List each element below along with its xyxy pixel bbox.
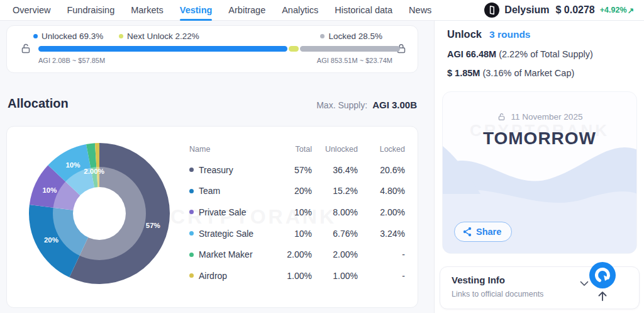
- max-supply-value: AGI 3.00B: [372, 100, 417, 110]
- legend-locked: Locked 28.5%: [320, 31, 382, 41]
- donut-slice-label: 10%: [65, 161, 80, 169]
- vesting-info-title: Vesting Info: [452, 275, 505, 285]
- scroll-to-top-button[interactable]: [597, 290, 608, 302]
- series-dot: [189, 210, 194, 214]
- share-icon: [463, 227, 472, 237]
- unlock-countdown: TOMORROW: [443, 128, 636, 149]
- donut-slice-label: 20%: [44, 236, 58, 244]
- table-cell: 2.00%: [312, 244, 358, 265]
- donut-slice-label: 2.00%: [84, 168, 104, 175]
- vesting-progress-card: Unlocked 69.3% Next Unlock 2.22% Locked …: [6, 25, 418, 73]
- table-cell: 4.80%: [358, 181, 405, 202]
- tab-markets[interactable]: Markets: [131, 0, 164, 20]
- table-row-name[interactable]: Strategic Sale: [189, 223, 277, 244]
- series-dot: [189, 273, 194, 278]
- table-row-name[interactable]: Treasury: [189, 159, 277, 181]
- unlock-value-line: $ 1.85M (3.16% of Market Cap): [447, 68, 574, 78]
- token-price: $ 0.0278: [555, 4, 594, 16]
- trend-up-icon: ↗: [628, 6, 634, 15]
- table-cell: 1.00%: [312, 265, 358, 287]
- table-cell: 2.00%: [277, 244, 312, 265]
- max-supply-label: Max. Supply:: [316, 100, 367, 110]
- share-button[interactable]: Share: [454, 222, 512, 242]
- unlock-amount-line: AGI 66.48M (2.22% of Total Supply): [447, 49, 593, 59]
- max-supply: Max. Supply: AGI 3.00B: [316, 100, 417, 110]
- next-unlock-dot: [119, 34, 123, 38]
- vesting-progress-bar[interactable]: [38, 46, 400, 52]
- donut-slice-label: 57%: [146, 222, 160, 229]
- table-row-name[interactable]: Airdrop: [189, 265, 277, 287]
- legend-next-unlock: Next Unlock 2.22%: [119, 31, 199, 41]
- table-cell: 20.6%: [358, 159, 405, 181]
- donut-slice-label: 10%: [42, 186, 57, 194]
- unlocked-amount-caption: AGI 2.08B ~ $57.85M: [38, 57, 105, 64]
- series-dot: [189, 168, 194, 172]
- tab-vesting[interactable]: Vesting: [180, 0, 213, 20]
- allocation-card: CRYPTORANK 57%20%10%10%2.00% Name Total …: [6, 126, 418, 308]
- vesting-page: Overview Fundraising Markets Vesting Arb…: [0, 0, 644, 313]
- table-cell: 8.00%: [312, 202, 358, 223]
- tab-fundraising[interactable]: Fundraising: [67, 0, 114, 20]
- unlocked-dot: [33, 34, 38, 38]
- col-header-total: Total: [277, 139, 312, 159]
- table-row-name[interactable]: Private Sale: [189, 202, 277, 223]
- table-cell: 3.24%: [358, 223, 405, 244]
- legend-unlocked: Unlocked 69.3%: [33, 31, 103, 41]
- unlock-open-icon: [19, 42, 32, 55]
- table-cell: 57%: [277, 159, 312, 181]
- allocation-table: Name Total Unlocked Locked Treasury 57% …: [189, 139, 405, 287]
- rounds-link[interactable]: 3 rounds: [489, 29, 530, 40]
- tab-historical-data[interactable]: Historical data: [335, 0, 392, 20]
- unlock-title: Unlock: [447, 28, 482, 40]
- series-dot: [189, 189, 194, 193]
- table-cell: 36.4%: [312, 159, 358, 181]
- allocation-section-title: Allocation: [8, 96, 69, 111]
- series-dot: [189, 253, 194, 257]
- unlock-date-row: 11 November 2025: [443, 112, 636, 122]
- table-cell: 10%: [277, 202, 312, 223]
- table-cell: -: [358, 265, 405, 287]
- nav-tabs: Overview Fundraising Markets Vesting Arb…: [13, 0, 431, 20]
- token-name: Delysium: [504, 4, 549, 16]
- col-header-name: Name: [189, 139, 277, 159]
- tab-analytics[interactable]: Analytics: [282, 0, 318, 20]
- next-unlock-card: CRYPTORANK 11 November 2025 TOMORROW Sha…: [442, 91, 637, 254]
- chat-widget-button[interactable]: [589, 261, 616, 289]
- col-header-locked: Locked: [358, 139, 405, 159]
- locked-dot: [320, 34, 325, 38]
- table-cell: 1.00%: [277, 265, 312, 287]
- table-cell: 10%: [277, 223, 312, 244]
- vesting-info-subtitle: Links to official documents: [452, 290, 543, 299]
- allocation-donut-chart[interactable]: 57%20%10%10%2.00%: [25, 139, 174, 288]
- token-summary: Delysium $ 0.0278 +4.92%↗: [484, 3, 634, 18]
- table-cell: 20%: [277, 181, 312, 202]
- table-cell: 2.00%: [358, 202, 405, 223]
- top-navbar: Overview Fundraising Markets Vesting Arb…: [0, 0, 644, 21]
- chevron-down-icon[interactable]: [580, 281, 589, 287]
- table-cell: 6.76%: [312, 223, 358, 244]
- table-row-name[interactable]: Team: [189, 181, 277, 202]
- table-cell: 15.2%: [312, 181, 358, 202]
- unlock-open-icon: [497, 112, 506, 122]
- locked-amount-caption: AGI 853.51M ~ $23.74M: [317, 57, 392, 64]
- table-cell: -: [358, 244, 405, 265]
- tab-news[interactable]: News: [409, 0, 431, 20]
- token-change: +4.92%↗: [600, 6, 634, 15]
- tab-arbitrage[interactable]: Arbitrage: [228, 0, 265, 20]
- table-row-name[interactable]: Market Maker: [189, 244, 277, 265]
- tab-overview[interactable]: Overview: [13, 0, 50, 20]
- unlock-date: 11 November 2025: [511, 112, 583, 122]
- series-dot: [189, 231, 194, 236]
- delysium-logo-icon: [484, 3, 499, 18]
- col-header-unlocked: Unlocked: [312, 139, 358, 159]
